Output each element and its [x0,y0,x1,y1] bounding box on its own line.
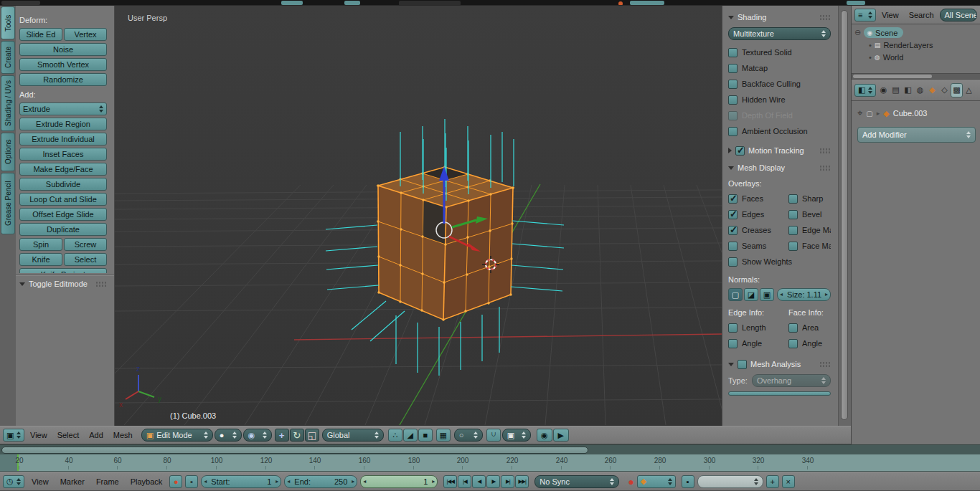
bevel-row[interactable]: Bevel [788,206,831,222]
slide-edge-button[interactable]: Slide Ed [19,28,62,41]
stepper-right-icon[interactable]: ▸ [825,291,828,297]
frame-end-field[interactable]: ◂ End: 250 ▸ [284,475,357,488]
keyingset-dropdown[interactable]: ◆ [637,475,676,488]
face-marks-row[interactable]: Face Ma [788,238,831,254]
checkbox[interactable] [728,127,738,136]
edge-angle-row[interactable]: Angle [728,335,788,351]
orientation-dropdown[interactable]: Global [322,429,384,442]
timeline-h-scrollbar[interactable] [0,444,980,454]
checkbox[interactable] [728,48,738,57]
normals-size-stepper[interactable]: ◂ Size: 1.11 ▸ [777,288,831,301]
tab-modifiers[interactable]: ▩ [951,83,963,97]
pivot-point-dropdown[interactable]: ◉ [243,429,272,442]
subdivide-button[interactable]: Subdivide [19,178,107,191]
motion-tracking-panel-header[interactable]: Motion Tracking [728,143,831,158]
next-keyframe-button[interactable]: ▶| [501,475,514,488]
select-mode-face-button[interactable]: ■ [418,429,433,442]
spin-button[interactable]: Spin [19,238,62,251]
tab-scene[interactable]: ◧ [902,83,914,97]
occlude-geometry-toggle[interactable]: ▦ [436,429,451,442]
tab-grease-pencil[interactable]: Grease Pencil [1,173,15,234]
seams-row[interactable]: Seams [728,238,788,254]
editor-type-dropdown[interactable]: ◧ [854,84,876,97]
checkbox[interactable] [728,242,738,251]
randomize-button[interactable]: Randomize [19,73,107,86]
menu-view[interactable]: View [27,477,53,486]
checkbox[interactable] [788,210,798,219]
n-panel-scrollbar[interactable] [838,6,851,426]
inset-faces-button[interactable]: Inset Faces [19,148,107,161]
checkbox[interactable] [788,339,798,348]
stepper-left-icon[interactable]: ◂ [363,478,366,485]
stepper-right-icon[interactable]: ▸ [432,478,435,485]
pin-icon[interactable]: ⌖ [857,108,862,119]
faces-row[interactable]: Faces [728,191,788,206]
scrollbar-handle[interactable] [841,10,848,420]
mesh-analysis-panel-header[interactable]: Mesh Analysis [728,357,831,371]
sync-dropdown[interactable]: No Sync [534,475,619,488]
checkbox[interactable] [728,210,738,219]
keyingset-lock-toggle[interactable]: ▪ [185,475,198,488]
edge-marks-row[interactable]: Edge Ma [788,222,831,238]
creases-row[interactable]: Creases [728,222,788,238]
tab-shading-uvs[interactable]: Shading / UVs [1,75,15,131]
matcap-row[interactable]: Matcap [728,60,831,76]
tab-render-layers[interactable]: ▤ [890,83,902,97]
delete-keyframe-button[interactable]: × [782,475,795,488]
editor-type-dropdown[interactable]: ◷ [3,475,24,488]
checkbox[interactable] [728,323,738,333]
tree-item-world[interactable]: • ◍ World [854,51,979,63]
menu-view[interactable]: View [26,431,52,439]
menu-select[interactable]: Select [53,431,84,439]
record-button[interactable]: ● [628,476,633,487]
backface-culling-row[interactable]: Backface Culling [728,76,831,92]
panel-grip-icon[interactable] [95,281,107,287]
editor-type-dropdown[interactable]: ▣ [3,429,24,442]
viewport-shading-dropdown[interactable]: ● [215,429,242,442]
scrollbar-handle[interactable] [853,75,932,78]
length-row[interactable]: Length [728,320,788,335]
manipulator-rotate-toggle[interactable]: ↻ [290,429,304,442]
prev-keyframe-button[interactable]: |◀ [458,475,471,488]
edges-row[interactable]: Edges [728,206,788,222]
screw-button[interactable]: Screw [64,238,107,251]
extrude-individual-button[interactable]: Extrude Individual [19,133,107,146]
stepper-left-icon[interactable]: ◂ [204,478,207,485]
menu-search[interactable]: Search [905,11,938,19]
breadcrumb-object-name[interactable]: Cube.003 [893,109,928,118]
tab-create[interactable]: Create [1,41,15,74]
face-normals-toggle[interactable]: ▣ [760,288,774,301]
extrude-dropdown[interactable]: Extrude [19,103,107,115]
panel-grip-icon[interactable] [819,14,831,21]
knife-button[interactable]: Knife [19,253,62,266]
shading-mode-dropdown[interactable]: Multitexture [728,27,831,40]
panel-grip-icon[interactable] [819,361,831,368]
tab-world[interactable]: ◍ [914,83,926,97]
hidden-wire-row[interactable]: Hidden Wire [728,92,831,108]
panel-grip-icon[interactable] [819,165,831,171]
panel-grip-icon[interactable] [819,148,831,154]
timeline-ruler[interactable]: 20 40 60 80 100 120 140 160 180 200 220 … [0,454,980,472]
checkbox[interactable] [728,339,738,348]
manipulator-scale-toggle[interactable]: ◱ [305,429,319,442]
stepper-right-icon[interactable]: ▸ [352,478,354,485]
make-edge-face-button[interactable]: Make Edge/Face [19,163,107,176]
show-weights-row[interactable]: Show Weights [728,254,831,270]
tab-options[interactable]: Options [1,133,15,171]
stepper-left-icon[interactable]: ◂ [780,291,783,297]
face-angle-row[interactable]: Angle [788,335,831,351]
checkbox[interactable] [728,257,738,267]
checkbox[interactable] [728,64,738,73]
tab-render[interactable]: ◉ [877,83,890,97]
viewport-3d[interactable]: z y x User Persp (1) Cube.003 Shading Mu… [115,6,851,426]
vertex-slide-button[interactable]: Vertex [64,28,107,41]
play-reverse-button[interactable]: ◀ [472,475,486,488]
menu-mesh[interactable]: Mesh [109,431,137,439]
manipulator-translate-toggle[interactable]: + [275,429,289,442]
tab-material[interactable]: ● [975,83,977,97]
jump-to-end-button[interactable]: ▶▶| [515,475,529,488]
opengl-render-anim-button[interactable]: ▶ [553,429,569,442]
select-mode-edge-button[interactable]: ◢ [403,429,418,442]
noise-button[interactable]: Noise [19,43,107,56]
checkbox[interactable] [788,323,798,333]
